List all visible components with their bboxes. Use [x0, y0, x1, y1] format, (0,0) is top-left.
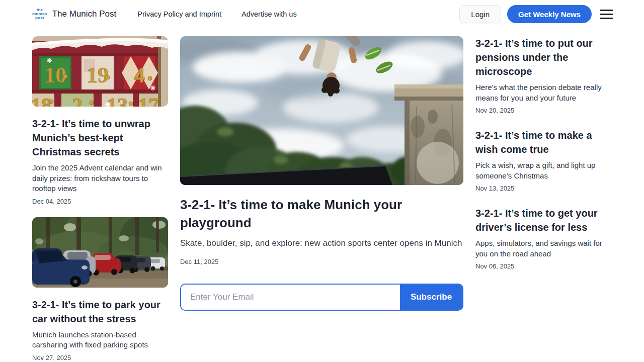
- article-date: Nov 06, 2025: [475, 262, 609, 270]
- advent-calendar-illustration: 10 19 4 18 2 13 17: [32, 36, 168, 107]
- article-card: 3-2-1- It’s time to park your car withou…: [32, 217, 168, 361]
- advent-number: 19: [87, 63, 109, 87]
- advent-number: 18: [32, 94, 52, 107]
- article-card: 3-2-1- It’s time to get your driver’s li…: [475, 206, 609, 270]
- article-date: Nov 27, 2025: [32, 354, 168, 361]
- featured-title[interactable]: 3-2-1- It’s time to make Munich your pla…: [180, 196, 463, 232]
- featured-article-column: 3-2-1- It’s time to make Munich your pla…: [180, 36, 463, 361]
- article-description: Munich launches station-based carsharing…: [32, 330, 168, 350]
- article-card: 3-2-1- It’s time to put our pensions und…: [475, 36, 609, 114]
- featured-description: Skate, boulder, sip, and explore: new ac…: [180, 236, 463, 250]
- get-weekly-news-button[interactable]: Get Weekly News: [507, 5, 592, 23]
- logo-line: post: [35, 16, 44, 20]
- parked-cars-illustration: [32, 217, 168, 288]
- nav-link-advertise[interactable]: Advertise with us: [242, 10, 297, 18]
- advent-number: 4: [134, 63, 145, 87]
- article-date: Nov 13, 2025: [475, 185, 609, 192]
- article-description: Pick a wish, wrap a gift, and light up s…: [475, 160, 609, 181]
- article-title[interactable]: 3-2-1- It’s time to unwrap Munich’s best…: [32, 117, 168, 159]
- article-description: Apps, simulators, and savings wait for y…: [475, 238, 609, 259]
- article-card: 3-2-1- It’s time to make a wish come tru…: [475, 128, 609, 192]
- parkour-backflip-illustration: [180, 36, 463, 185]
- article-date: Nov 20, 2025: [475, 107, 609, 114]
- newsletter-signup: Subscribe: [180, 284, 463, 311]
- article-card: 10 19 4 18 2 13 17: [32, 36, 168, 205]
- article-description: Join the 2025 Advent calendar and win da…: [32, 163, 168, 194]
- nav-link-privacy[interactable]: Privacy Policy and Imprint: [137, 10, 221, 18]
- menu-icon[interactable]: [600, 10, 613, 19]
- article-title[interactable]: 3-2-1- It’s time to put our pensions und…: [475, 36, 609, 78]
- article-title[interactable]: 3-2-1- It’s time to get your driver’s li…: [475, 206, 609, 234]
- article-title[interactable]: 3-2-1- It’s time to make a wish come tru…: [475, 128, 609, 156]
- article-date: Dec 04, 2025: [32, 198, 168, 205]
- top-navigation-bar: the munich post The Munich Post Privacy …: [0, 0, 644, 28]
- subscribe-button[interactable]: Subscribe: [400, 285, 462, 310]
- right-article-column: 3-2-1- It’s time to put our pensions und…: [475, 36, 609, 361]
- advent-number: 2: [72, 94, 83, 107]
- article-description: Here’s what the pension debate really me…: [475, 82, 609, 103]
- header-nav: Privacy Policy and Imprint Advertise wit…: [137, 10, 296, 18]
- login-button[interactable]: Login: [459, 5, 501, 23]
- brand[interactable]: the munich post The Munich Post: [32, 8, 116, 20]
- featured-date: Dec 11, 2025: [180, 258, 463, 265]
- left-article-column: 10 19 4 18 2 13 17: [32, 36, 168, 361]
- article-thumbnail[interactable]: 10 19 4 18 2 13 17: [32, 36, 168, 107]
- article-title[interactable]: 3-2-1- It’s time to park your car withou…: [32, 298, 168, 326]
- featured-thumbnail[interactable]: [180, 36, 463, 185]
- main-content: 10 19 4 18 2 13 17: [0, 28, 644, 361]
- site-title[interactable]: The Munich Post: [52, 9, 117, 19]
- article-thumbnail[interactable]: [32, 217, 168, 288]
- advent-number: 10: [44, 63, 66, 87]
- email-input[interactable]: [181, 285, 400, 310]
- advent-number: 17: [138, 94, 159, 107]
- munich-post-logo-icon: the munich post: [32, 8, 47, 20]
